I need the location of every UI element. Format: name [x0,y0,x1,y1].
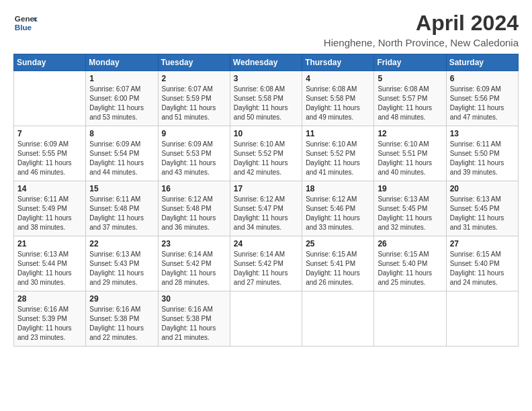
calendar-cell: 27Sunrise: 6:15 AM Sunset: 5:40 PM Dayli… [446,236,518,291]
day-number: 11 [306,129,370,138]
logo: General Blue [13,11,38,35]
calendar-cell: 5Sunrise: 6:08 AM Sunset: 5:57 PM Daylig… [374,71,446,126]
calendar-cell: 21Sunrise: 6:13 AM Sunset: 5:44 PM Dayli… [14,236,86,291]
day-info: Sunrise: 6:14 AM Sunset: 5:42 PM Dayligh… [234,250,298,287]
day-info: Sunrise: 6:09 AM Sunset: 5:53 PM Dayligh… [162,140,226,177]
calendar-cell: 8Sunrise: 6:09 AM Sunset: 5:54 PM Daylig… [86,126,158,181]
calendar-cell: 19Sunrise: 6:13 AM Sunset: 5:45 PM Dayli… [374,181,446,236]
day-number: 25 [306,239,370,248]
day-info: Sunrise: 6:14 AM Sunset: 5:42 PM Dayligh… [162,250,226,287]
svg-text:Blue: Blue [15,23,32,32]
logo-icon: General Blue [13,11,38,35]
day-info: Sunrise: 6:09 AM Sunset: 5:56 PM Dayligh… [450,85,515,122]
day-number: 18 [306,184,370,193]
calendar-cell: 7Sunrise: 6:09 AM Sunset: 5:55 PM Daylig… [14,126,86,181]
page: General Blue April 2024 Hienghene, North… [0,0,532,353]
header-tuesday: Tuesday [158,54,230,71]
calendar-cell: 11Sunrise: 6:10 AM Sunset: 5:52 PM Dayli… [302,126,374,181]
day-info: Sunrise: 6:15 AM Sunset: 5:40 PM Dayligh… [378,250,442,287]
calendar-cell: 24Sunrise: 6:14 AM Sunset: 5:42 PM Dayli… [230,236,302,291]
day-number: 6 [450,74,515,83]
day-info: Sunrise: 6:15 AM Sunset: 5:40 PM Dayligh… [450,250,515,287]
calendar-cell: 13Sunrise: 6:11 AM Sunset: 5:50 PM Dayli… [446,126,518,181]
header-monday: Monday [86,54,158,71]
calendar-cell: 9Sunrise: 6:09 AM Sunset: 5:53 PM Daylig… [158,126,230,181]
week-row-2: 7Sunrise: 6:09 AM Sunset: 5:55 PM Daylig… [14,126,519,181]
calendar-cell: 22Sunrise: 6:13 AM Sunset: 5:43 PM Dayli… [86,236,158,291]
day-info: Sunrise: 6:07 AM Sunset: 6:00 PM Dayligh… [89,85,154,122]
day-number: 20 [450,184,515,193]
day-info: Sunrise: 6:13 AM Sunset: 5:45 PM Dayligh… [378,195,442,232]
calendar-cell: 29Sunrise: 6:16 AM Sunset: 5:38 PM Dayli… [86,291,158,347]
day-number: 14 [17,184,82,193]
day-number: 2 [162,74,226,83]
day-info: Sunrise: 6:13 AM Sunset: 5:45 PM Dayligh… [450,195,515,232]
day-info: Sunrise: 6:12 AM Sunset: 5:47 PM Dayligh… [234,195,298,232]
day-number: 9 [162,129,226,138]
day-info: Sunrise: 6:10 AM Sunset: 5:51 PM Dayligh… [378,140,442,177]
calendar-cell: 1Sunrise: 6:07 AM Sunset: 6:00 PM Daylig… [86,71,158,126]
calendar-header-row: SundayMondayTuesdayWednesdayThursdayFrid… [14,54,519,71]
calendar-cell: 12Sunrise: 6:10 AM Sunset: 5:51 PM Dayli… [374,126,446,181]
calendar-cell: 18Sunrise: 6:12 AM Sunset: 5:46 PM Dayli… [302,181,374,236]
calendar-cell: 28Sunrise: 6:16 AM Sunset: 5:39 PM Dayli… [14,291,86,347]
day-number: 29 [89,294,154,304]
day-number: 16 [162,184,226,193]
day-info: Sunrise: 6:13 AM Sunset: 5:44 PM Dayligh… [17,250,82,287]
calendar-cell: 30Sunrise: 6:16 AM Sunset: 5:38 PM Dayli… [158,291,230,347]
week-row-5: 28Sunrise: 6:16 AM Sunset: 5:39 PM Dayli… [14,291,519,347]
day-info: Sunrise: 6:08 AM Sunset: 5:58 PM Dayligh… [306,85,370,122]
month-title: April 2024 [324,11,519,36]
day-info: Sunrise: 6:11 AM Sunset: 5:49 PM Dayligh… [17,195,82,232]
calendar-cell [302,291,374,347]
day-number: 22 [89,239,154,248]
day-number: 23 [162,239,226,248]
week-row-4: 21Sunrise: 6:13 AM Sunset: 5:44 PM Dayli… [14,236,519,291]
header-friday: Friday [374,54,446,71]
title-area: April 2024 Hienghene, North Province, Ne… [324,11,519,48]
day-info: Sunrise: 6:11 AM Sunset: 5:48 PM Dayligh… [89,195,154,232]
day-number: 3 [234,74,298,83]
calendar-cell: 6Sunrise: 6:09 AM Sunset: 5:56 PM Daylig… [446,71,518,126]
header: General Blue April 2024 Hienghene, North… [13,11,519,48]
day-info: Sunrise: 6:11 AM Sunset: 5:50 PM Dayligh… [450,140,515,177]
day-info: Sunrise: 6:09 AM Sunset: 5:55 PM Dayligh… [17,140,82,177]
day-number: 7 [17,129,82,138]
day-number: 19 [378,184,442,193]
day-info: Sunrise: 6:16 AM Sunset: 5:39 PM Dayligh… [17,305,82,342]
day-info: Sunrise: 6:10 AM Sunset: 5:52 PM Dayligh… [306,140,370,177]
header-wednesday: Wednesday [230,54,302,71]
header-thursday: Thursday [302,54,374,71]
day-info: Sunrise: 6:16 AM Sunset: 5:38 PM Dayligh… [89,305,154,342]
day-info: Sunrise: 6:16 AM Sunset: 5:38 PM Dayligh… [162,305,226,342]
day-info: Sunrise: 6:09 AM Sunset: 5:54 PM Dayligh… [89,140,154,177]
day-number: 21 [17,239,82,248]
calendar-cell: 14Sunrise: 6:11 AM Sunset: 5:49 PM Dayli… [14,181,86,236]
calendar-cell: 23Sunrise: 6:14 AM Sunset: 5:42 PM Dayli… [158,236,230,291]
day-number: 30 [162,294,226,304]
day-info: Sunrise: 6:10 AM Sunset: 5:52 PM Dayligh… [234,140,298,177]
calendar-cell [14,71,86,126]
day-info: Sunrise: 6:13 AM Sunset: 5:43 PM Dayligh… [89,250,154,287]
day-number: 27 [450,239,515,248]
calendar-cell [446,291,518,347]
calendar-cell: 26Sunrise: 6:15 AM Sunset: 5:40 PM Dayli… [374,236,446,291]
calendar-cell [230,291,302,347]
week-row-1: 1Sunrise: 6:07 AM Sunset: 6:00 PM Daylig… [14,71,519,126]
day-number: 1 [89,74,154,83]
header-saturday: Saturday [446,54,518,71]
location-title: Hienghene, North Province, New Caledonia [324,37,519,48]
calendar-cell: 3Sunrise: 6:08 AM Sunset: 5:58 PM Daylig… [230,71,302,126]
day-number: 17 [234,184,298,193]
day-info: Sunrise: 6:12 AM Sunset: 5:48 PM Dayligh… [162,195,226,232]
calendar-cell: 17Sunrise: 6:12 AM Sunset: 5:47 PM Dayli… [230,181,302,236]
day-info: Sunrise: 6:07 AM Sunset: 5:59 PM Dayligh… [162,85,226,122]
day-number: 28 [17,294,82,304]
day-number: 5 [378,74,442,83]
day-number: 10 [234,129,298,138]
day-info: Sunrise: 6:15 AM Sunset: 5:41 PM Dayligh… [306,250,370,287]
calendar-cell: 20Sunrise: 6:13 AM Sunset: 5:45 PM Dayli… [446,181,518,236]
calendar-cell: 25Sunrise: 6:15 AM Sunset: 5:41 PM Dayli… [302,236,374,291]
calendar-cell: 2Sunrise: 6:07 AM Sunset: 5:59 PM Daylig… [158,71,230,126]
calendar-cell: 10Sunrise: 6:10 AM Sunset: 5:52 PM Dayli… [230,126,302,181]
